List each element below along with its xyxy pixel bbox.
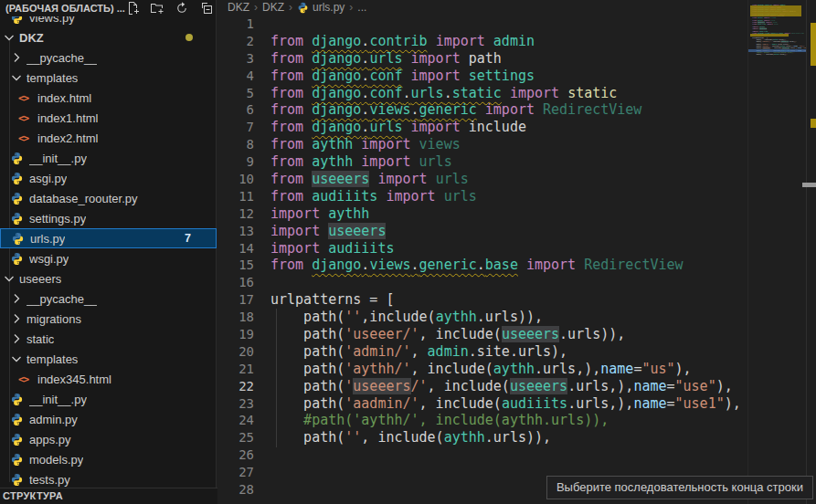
code-token: ), (675, 361, 692, 377)
code-line[interactable]: 6from django.views.generic import Redire… (217, 101, 747, 119)
chevron-right-icon[interactable] (9, 311, 24, 326)
code-line[interactable]: 10from useeers import urls (217, 171, 747, 188)
code-line[interactable]: 26 (217, 446, 747, 464)
line-number: 4 (217, 68, 254, 85)
code-line[interactable]: 23 path('aadmin/', include(audiiits.urls… (217, 395, 747, 413)
code-token: path (469, 50, 502, 67)
tree-item-settings-py[interactable]: settings.py (0, 208, 217, 228)
code-token (477, 101, 485, 118)
code-line[interactable]: 24 #path('aythh/', include(aythh.urls)), (217, 412, 747, 429)
html-file-icon: <> (18, 373, 32, 385)
tree-item--pycache-[interactable]: __pycache__ (0, 47, 217, 68)
tree-item-dkz[interactable]: DKZ (0, 27, 217, 47)
code-line[interactable]: 22 path('useeers/', include(useeers.urls… (217, 378, 747, 395)
tree-item-templates[interactable]: templates (0, 68, 217, 88)
code-line[interactable]: 8from aythh import views (217, 136, 747, 153)
refresh-icon[interactable] (175, 1, 189, 16)
minimap[interactable]: from django.contrib import adminfrom dja… (747, 0, 807, 504)
code-line[interactable]: 13import useeers (217, 223, 747, 240)
code-line[interactable]: 12import aythh (217, 205, 747, 223)
tree-item-index-html[interactable]: <>index.html (0, 88, 217, 108)
code-line[interactable]: 4from django.conf import settings (217, 68, 747, 85)
tree-item-models-py[interactable]: models.py (0, 449, 217, 469)
code-line[interactable]: 3from django.urls import path (217, 50, 747, 68)
code-token: RedirectView (543, 101, 641, 118)
breadcrumb-item[interactable]: DKZ (262, 1, 284, 14)
code-line[interactable]: 20 path('admin/', admin.site.urls), (217, 343, 747, 361)
tree-item-index1-html[interactable]: <>index1.html (0, 108, 217, 128)
code-token: . (411, 101, 419, 118)
code-line[interactable]: 11from audiiits import urls (217, 188, 747, 205)
chevron-down-icon[interactable] (2, 30, 16, 45)
chevron-right-icon[interactable] (9, 331, 24, 346)
tree-item--init-py[interactable]: __init__.py (0, 389, 217, 409)
code-line[interactable]: 9from aythh import urls (217, 153, 747, 171)
new-file-icon[interactable] (125, 1, 140, 16)
code-token: from (270, 136, 312, 152)
tree-item-wsgi-py[interactable]: wsgi.py (0, 248, 217, 268)
tree-item-database-roouter-py[interactable]: database_roouter.py (0, 188, 217, 208)
chevron-right-icon[interactable] (9, 291, 24, 306)
code-token: 'aadmin/' (344, 395, 419, 412)
code-line[interactable]: 2from django.contrib import admin (217, 33, 747, 50)
code-token: , (411, 343, 428, 360)
code-token: import (361, 136, 419, 152)
code-line[interactable]: 7from django.urls import include (217, 119, 747, 136)
chevron-down-icon[interactable] (9, 70, 24, 85)
code-token: aythh (444, 429, 485, 446)
tree-item-label: urls.py (30, 232, 65, 246)
breadcrumb[interactable]: DKZ›DKZ›urls.py›... (217, 0, 816, 15)
code-line[interactable]: 14import audiiits (217, 240, 747, 257)
tree-item-label: admin.py (29, 413, 78, 426)
tree-item-tests-py[interactable]: tests.py (0, 469, 217, 489)
code-token: contrib (369, 33, 427, 49)
code-line[interactable]: 18 path('',include(aythh.urls)), (217, 309, 747, 326)
tree-item-useeers[interactable]: useeers (0, 268, 217, 289)
collapse-all-icon[interactable] (199, 1, 214, 16)
explorer-sidebar: (РАБОЧАЯ ОБЛАСТЬ) ... views.pyDKZ__pycac… (0, 0, 217, 504)
tree-item-asgi-py[interactable]: asgi.py (0, 168, 217, 188)
chevron-down-icon[interactable] (9, 352, 24, 366)
tree-item-static[interactable]: static (0, 329, 217, 349)
code-line[interactable]: 15from django.views.generic.base import … (217, 257, 747, 274)
tree-item--pycache-[interactable]: __pycache__ (0, 289, 217, 309)
code-line[interactable]: 16 (217, 274, 747, 291)
tree-item--init-py[interactable]: __init__.py (0, 148, 217, 168)
tree-item-templates[interactable]: templates (0, 349, 217, 369)
code-token: django (312, 119, 361, 135)
code-token: path( (270, 429, 344, 446)
overview-ruler[interactable] (806, 0, 816, 504)
tree-item-admin-py[interactable]: admin.py (0, 409, 217, 429)
tree-item-migrations[interactable]: migrations (0, 309, 217, 329)
breadcrumb-item[interactable]: ... (357, 1, 366, 14)
code-line[interactable]: 5from django.conf.urls.static import sta… (217, 85, 747, 102)
chevron-right-icon[interactable] (9, 50, 24, 65)
modified-dot (185, 34, 193, 41)
tree-item-apps-py[interactable]: apps.py (0, 429, 217, 449)
chevron-down-icon[interactable] (2, 271, 16, 286)
code-area[interactable]: 12from django.contrib import admin3from … (217, 16, 747, 499)
code-token: settings (469, 68, 535, 84)
tree-item-index2-html[interactable]: <>index2.html (0, 128, 217, 148)
tree-item-label: templates (26, 352, 78, 366)
tree-item-index345-html[interactable]: <>index345.html (0, 369, 217, 389)
code-line[interactable]: 21 path('aythh/', include(aythh.urls,),n… (217, 361, 747, 378)
code-token (403, 50, 411, 67)
code-token: urls (369, 50, 402, 67)
code-line[interactable]: 19 path('useeer/', include(useeers.urls)… (217, 326, 747, 343)
code-line[interactable]: 25 path('', include(aythh.urls)), (217, 429, 747, 446)
outline-section-header[interactable]: СТРУКТУРА (0, 488, 219, 504)
explorer-section-header[interactable]: (РАБОЧАЯ ОБЛАСТЬ) ... (0, 0, 216, 16)
code-token: from (270, 153, 312, 170)
code-line[interactable]: 1 (217, 16, 747, 33)
code-token: from (270, 171, 312, 187)
code-line[interactable]: 17urlpatterns = [ (217, 291, 747, 309)
code-token: generic (419, 101, 477, 118)
new-folder-icon[interactable] (150, 1, 164, 16)
code-token (353, 153, 361, 170)
tree-item-urls-py[interactable]: urls.py7 (0, 228, 217, 248)
line-number: 20 (217, 343, 254, 361)
code-token: django (312, 33, 361, 49)
breadcrumb-item[interactable]: DKZ (228, 1, 249, 14)
breadcrumb-item[interactable]: urls.py (313, 1, 344, 14)
